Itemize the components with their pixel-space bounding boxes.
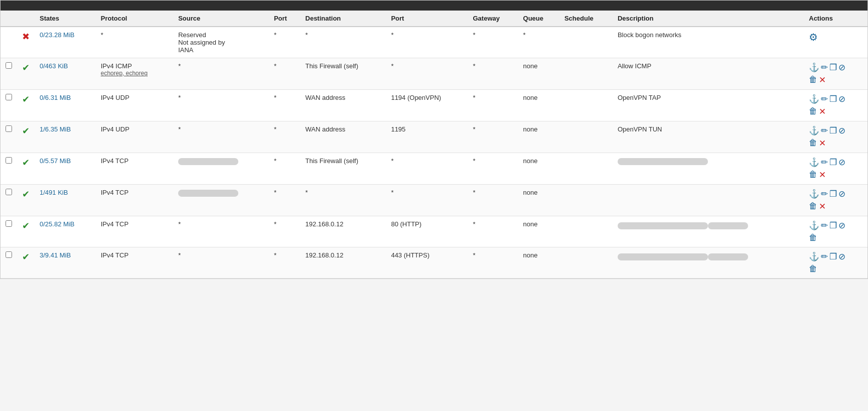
block-icon[interactable]: ⊘ [838,220,845,231]
protocol-value: IPv4 UDP [101,125,129,133]
action-row-2: 🗑✕ [809,75,826,85]
row-checkbox-cell [1,121,17,153]
gateway-value: * [473,220,475,228]
edit-icon[interactable]: ✏ [821,251,828,262]
anchor-icon[interactable]: ⚓ [809,125,819,136]
row-description-cell: Block bogon networks [613,27,804,58]
delete-icon[interactable]: 🗑 [809,264,817,274]
copy-icon[interactable]: ❐ [829,220,837,231]
x-icon[interactable]: ✕ [819,75,826,85]
row-gateway-cell: * [468,216,518,247]
row-states-cell: 0/5.57 MiB [35,153,96,185]
source-value: * [178,125,181,133]
edit-icon[interactable]: ✏ [821,94,828,104]
anchor-icon[interactable]: ⚓ [809,94,819,104]
row-status-cell: ✔ [17,216,35,247]
delete-icon[interactable]: 🗑 [809,170,817,180]
edit-icon[interactable]: ✏ [821,157,828,168]
table-title [1,1,867,11]
queue-value: none [523,189,538,196]
edit-icon[interactable]: ✏ [821,125,828,136]
action-icons-group: ⚓✏❐⊘🗑 [809,251,862,274]
copy-icon[interactable]: ❐ [829,189,837,199]
row-source-cell [173,185,269,216]
row-gateway-cell: * [468,58,518,90]
protocol-value: IPv4 TCP [101,251,128,259]
row-checkbox-cell [1,247,17,279]
anchor-icon[interactable]: ⚓ [809,62,819,73]
block-icon[interactable]: ⊘ [838,125,845,136]
row-dest-port-cell: * [386,27,468,58]
row-destination-cell: This Firewall (self) [301,58,386,90]
queue-value: none [523,251,538,259]
copy-icon[interactable]: ❐ [829,125,837,136]
copy-icon[interactable]: ❐ [829,94,837,104]
row-checkbox[interactable] [6,62,12,69]
dest-port-value: * [391,189,393,196]
check-icon: ✔ [22,63,30,73]
row-checkbox[interactable] [6,157,12,164]
source-value: * [178,220,181,228]
protocol-value: IPv4 UDP [101,94,129,101]
block-icon[interactable]: ⊘ [838,94,845,104]
row-checkbox-cell [1,185,17,216]
copy-icon[interactable]: ❐ [829,62,837,73]
row-status-cell: ✔ [17,185,35,216]
row-dest-port-cell: 80 (HTTP) [386,216,468,247]
states-link[interactable]: 1/491 KiB [40,189,91,196]
block-icon[interactable]: ⊘ [838,251,845,262]
row-destination-cell: 192.168.0.12 [301,247,386,279]
col-header-dest-port: Port [386,11,468,27]
copy-icon[interactable]: ❐ [829,251,837,262]
delete-icon[interactable]: 🗑 [809,201,817,212]
delete-icon[interactable]: 🗑 [809,233,817,243]
port-value: * [274,94,276,101]
gateway-value: * [473,31,475,39]
block-icon[interactable]: ⊘ [838,189,845,199]
action-icons-group: ⚓✏❐⊘🗑✕ [809,94,862,117]
anchor-icon[interactable]: ⚓ [809,157,819,168]
states-link[interactable]: 0/25.82 MiB [40,220,91,228]
edit-icon[interactable]: ✏ [821,220,828,231]
edit-icon[interactable]: ✏ [821,189,828,199]
table-row: ✔3/9.41 MiBIPv4 TCP**192.168.0.12443 (HT… [1,247,867,279]
destination-value: * [306,31,308,39]
gear-icon[interactable]: ⚙ [809,31,818,43]
row-checkbox[interactable] [6,251,12,258]
edit-icon[interactable]: ✏ [821,62,828,73]
states-link[interactable]: 1/6.35 MiB [40,125,91,133]
copy-icon[interactable]: ❐ [829,157,837,168]
row-states-cell: 1/6.35 MiB [35,121,96,153]
x-icon[interactable]: ✕ [819,201,826,212]
x-icon[interactable]: ✕ [819,170,826,180]
row-checkbox-cell [1,90,17,121]
anchor-icon[interactable]: ⚓ [809,220,819,231]
block-icon[interactable]: ⊘ [838,157,845,168]
col-header-source: Source [173,11,269,27]
states-link[interactable]: 0/6.31 MiB [40,94,91,101]
x-icon[interactable]: ✕ [819,106,826,117]
dest-port-value: * [391,62,393,70]
x-icon[interactable]: ✕ [819,138,826,149]
row-checkbox[interactable] [6,220,12,227]
action-row-1: ⚓✏❐⊘ [809,189,845,199]
row-checkbox[interactable] [6,189,12,195]
action-icons-group: ⚓✏❐⊘🗑✕ [809,125,862,149]
delete-icon[interactable]: 🗑 [809,106,817,117]
row-schedule-cell [559,185,613,216]
states-link[interactable]: 0/23.28 MiB [40,31,91,39]
row-schedule-cell [559,121,613,153]
states-link[interactable]: 0/5.57 MiB [40,157,91,165]
block-icon[interactable]: ⊘ [838,62,845,73]
row-port-cell: * [269,121,301,153]
anchor-icon[interactable]: ⚓ [809,251,819,262]
row-checkbox[interactable] [6,94,12,100]
anchor-icon[interactable]: ⚓ [809,189,819,199]
states-link[interactable]: 0/463 KiB [40,62,91,70]
source-blurred [178,190,238,197]
states-link[interactable]: 3/9.41 MiB [40,251,91,259]
delete-icon[interactable]: 🗑 [809,75,817,85]
row-checkbox[interactable] [6,125,12,132]
delete-icon[interactable]: 🗑 [809,138,817,149]
row-status-cell: ✖ [17,27,35,58]
